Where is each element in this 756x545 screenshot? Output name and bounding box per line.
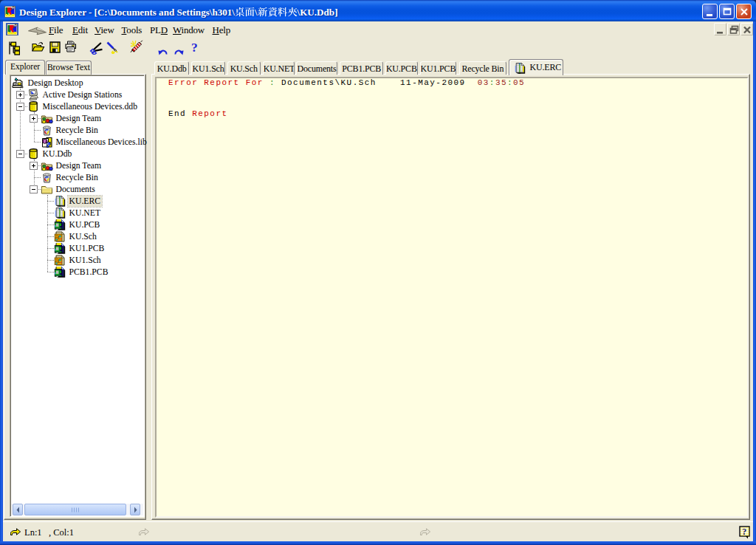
svg-text:?: ? [191, 41, 198, 53]
svg-text:?: ? [742, 527, 746, 537]
